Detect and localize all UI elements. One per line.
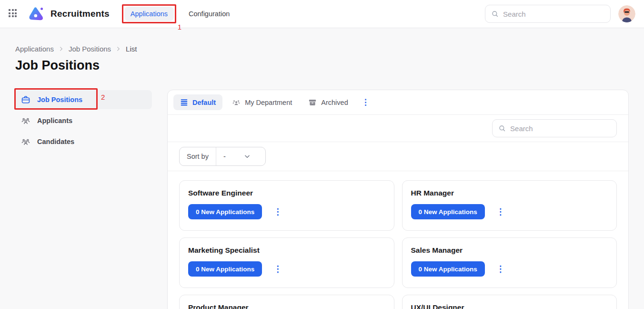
breadcrumb-applications[interactable]: Applications: [15, 45, 54, 53]
chevron-down-icon: [244, 153, 251, 160]
sidebar-item-candidates[interactable]: Candidates: [15, 132, 152, 151]
briefcase-icon: [21, 95, 30, 104]
nav-tab-configuration[interactable]: Configuration: [189, 10, 230, 18]
job-title: UX/UI Designer: [411, 303, 608, 309]
sort-row: Sort by -: [168, 142, 628, 171]
job-position-cards: Software Engineer 0 New Applications ⋮ H…: [168, 171, 628, 309]
view-tabs-menu-icon[interactable]: ⋮: [358, 98, 373, 106]
annotation-label-1: 1: [178, 23, 181, 31]
view-tab-label: Archived: [321, 99, 348, 106]
view-tab-label: Default: [192, 99, 216, 106]
main-panel: Default My Department Archived ⋮: [167, 90, 629, 309]
job-title: Product Manager: [188, 303, 385, 309]
user-avatar[interactable]: [618, 5, 635, 22]
top-navbar: Recruitments Applications 1 Configuratio…: [0, 0, 644, 28]
breadcrumb-list[interactable]: List: [126, 45, 137, 53]
job-title: Sales Manager: [411, 246, 608, 255]
view-tabs: Default My Department Archived ⋮: [168, 90, 628, 115]
sidebar-item-label: Candidates: [37, 138, 74, 145]
view-tab-default[interactable]: Default: [173, 94, 222, 110]
sort-by-value: -: [223, 153, 226, 160]
people-icon: [232, 98, 241, 107]
app-grid-icon[interactable]: [9, 9, 18, 19]
card-menu-icon[interactable]: ⋮: [273, 207, 282, 216]
sidebar-item-label: Applicants: [37, 117, 72, 124]
app-logo-icon[interactable]: [28, 5, 45, 22]
list-icon: [180, 98, 188, 106]
view-tab-label: My Department: [245, 99, 292, 106]
view-tab-archived[interactable]: Archived: [302, 94, 354, 111]
global-search[interactable]: [485, 5, 611, 23]
job-position-card: Software Engineer 0 New Applications ⋮: [179, 180, 394, 231]
sidebar: Job Positions 2 Applicants Candidates: [15, 90, 152, 153]
breadcrumb: Applications Job Positions List: [15, 45, 137, 53]
card-menu-icon[interactable]: ⋮: [496, 207, 505, 216]
new-applications-button[interactable]: 0 New Applications: [411, 261, 485, 277]
job-position-card: Product Manager 0 New Applications ⋮: [179, 295, 394, 309]
job-title: HR Manager: [411, 189, 608, 197]
view-tab-my-department[interactable]: My Department: [225, 94, 299, 111]
job-title: Software Engineer: [188, 189, 385, 197]
filter-row: [168, 115, 628, 142]
job-position-card: UX/UI Designer 0 New Applications ⋮: [402, 295, 617, 309]
new-applications-button[interactable]: 0 New Applications: [411, 204, 485, 219]
archive-icon: [308, 98, 317, 107]
job-position-card: Sales Manager 0 New Applications ⋮: [402, 237, 617, 288]
list-search[interactable]: [492, 119, 617, 137]
annotation-label-2: 2: [101, 93, 105, 101]
search-icon: [498, 124, 506, 133]
annotation-box-1: Applications 1: [122, 4, 176, 23]
job-title: Marketing Specialist: [188, 246, 385, 255]
sort-by-dropdown[interactable]: Sort by -: [179, 147, 266, 166]
list-search-input[interactable]: [510, 124, 611, 133]
chevron-right-icon: [59, 46, 64, 52]
card-menu-icon[interactable]: ⋮: [273, 265, 282, 273]
nav-tab-applications[interactable]: Applications: [124, 7, 174, 21]
job-position-card: HR Manager 0 New Applications ⋮: [402, 180, 617, 231]
global-search-input[interactable]: [503, 10, 604, 18]
breadcrumb-job-positions[interactable]: Job Positions: [69, 45, 111, 53]
new-applications-button[interactable]: 0 New Applications: [188, 204, 262, 219]
card-menu-icon[interactable]: ⋮: [496, 265, 505, 273]
sort-by-label: Sort by: [180, 147, 216, 165]
job-position-card: Marketing Specialist 0 New Applications …: [179, 237, 394, 288]
sidebar-item-job-positions[interactable]: Job Positions 2: [15, 90, 152, 109]
sidebar-item-label: Job Positions: [37, 96, 82, 103]
sidebar-item-applicants[interactable]: Applicants: [15, 111, 152, 130]
search-icon: [491, 10, 499, 18]
people-icon: [21, 116, 30, 125]
app-title: Recruitments: [50, 9, 110, 19]
page-title: Job Positions: [15, 58, 100, 73]
new-applications-button[interactable]: 0 New Applications: [188, 261, 262, 277]
chevron-right-icon: [116, 46, 121, 52]
people-icon: [21, 137, 30, 146]
